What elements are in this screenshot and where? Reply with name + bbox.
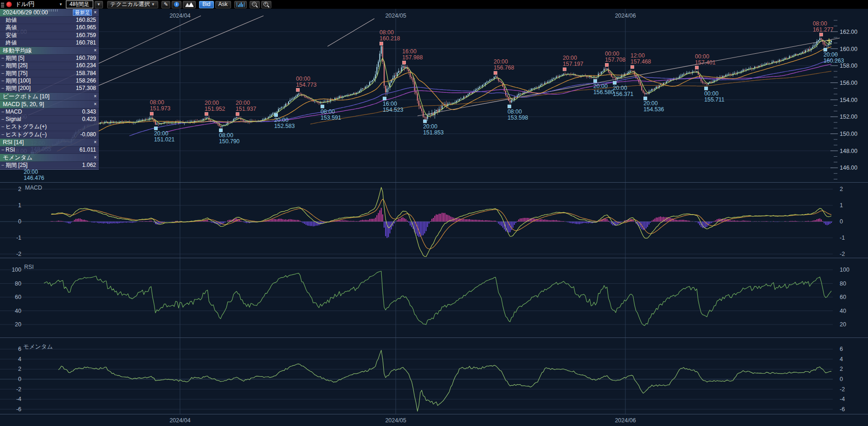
svg-text:40: 40 — [15, 308, 21, 314]
legend-label: 期間 [75] — [6, 70, 27, 77]
svg-text:08:00: 08:00 — [813, 20, 827, 27]
svg-text:2024/06: 2024/06 — [615, 13, 636, 19]
chart-canvas[interactable]: 146.00146.00148.00148.00150.00150.00152.… — [0, 0, 868, 426]
legend-label: ヒストグラム(−) — [6, 131, 47, 138]
info-button[interactable]: i — [172, 1, 181, 8]
section-label: 移動平均線 — [1, 47, 32, 54]
svg-text:20:00: 20:00 — [236, 100, 250, 106]
volume-bars-button[interactable] — [234, 1, 247, 8]
svg-text:20:00: 20:00 — [823, 51, 838, 58]
bar-chart-icon — [237, 2, 244, 7]
legend-row: − 期間 [100] 158.266 — [0, 77, 99, 85]
legend-value: 0.343 — [82, 108, 99, 115]
legend-row: 始値 160.825 — [0, 17, 99, 24]
svg-text:157.197: 157.197 — [563, 61, 584, 67]
mini-scrollbar[interactable] — [35, 9, 58, 12]
close-icon[interactable]: × — [94, 154, 99, 161]
legend-label: 期間 [25] — [6, 62, 27, 69]
draw-tool-button[interactable]: ✎ — [161, 1, 170, 8]
svg-text:150.790: 150.790 — [219, 138, 240, 145]
svg-text:00:00: 00:00 — [704, 90, 719, 97]
svg-text:-2: -2 — [840, 251, 845, 257]
legend-value: 160.825 — [76, 17, 99, 24]
series-dash-icon: − — [0, 85, 6, 92]
svg-text:2: 2 — [18, 366, 21, 372]
close-icon[interactable]: × — [94, 9, 99, 16]
svg-text:156.00: 156.00 — [840, 80, 857, 86]
legend-row: − 期間 [5] 160.789 — [0, 55, 99, 62]
svg-text:00:00: 00:00 — [296, 76, 310, 82]
legend-section-header: MACD [5, 20, 9] × — [0, 101, 99, 108]
svg-text:-1: -1 — [840, 235, 845, 241]
chart-style-button[interactable] — [183, 1, 196, 8]
svg-text:RSI: RSI — [24, 264, 34, 270]
series-dash-icon: − — [0, 162, 6, 169]
close-icon[interactable]: × — [94, 93, 99, 100]
svg-text:20:00: 20:00 — [563, 55, 577, 61]
svg-text:151.937: 151.937 — [236, 106, 257, 112]
svg-text:12:00: 12:00 — [630, 52, 645, 59]
svg-text:154.00: 154.00 — [840, 97, 857, 103]
svg-text:2024/06: 2024/06 — [615, 417, 636, 424]
info-icon: i — [174, 2, 179, 7]
legend-label: 期間 [5] — [6, 55, 25, 62]
legend-label: 期間 [25] — [6, 162, 27, 169]
legend-label: 高値 — [6, 24, 17, 31]
svg-text:160.00: 160.00 — [840, 46, 857, 52]
technical-select-label: テクニカル選択 — [110, 1, 150, 8]
peak-marker — [494, 71, 497, 75]
svg-text:08:00: 08:00 — [321, 108, 335, 115]
chevron-down-icon: ▼ — [59, 2, 63, 6]
bottom-marker — [613, 81, 617, 84]
legend-value: 158.784 — [76, 70, 99, 77]
bottom-marker — [644, 97, 647, 100]
svg-text:80: 80 — [15, 280, 21, 287]
svg-text:-1: -1 — [16, 235, 21, 241]
close-icon[interactable]: × — [94, 101, 99, 108]
svg-text:20:00: 20:00 — [494, 58, 508, 65]
timeframe-box[interactable]: 4時間足 — [66, 0, 93, 8]
svg-text:2024/04: 2024/04 — [169, 417, 190, 424]
macd-panel — [51, 187, 832, 256]
bottom-marker — [824, 48, 827, 51]
svg-text:154.523: 154.523 — [383, 107, 404, 113]
legend-value: 160.781 — [76, 39, 99, 46]
area-chart-icon — [185, 2, 193, 7]
legend-row: 安値 160.759 — [0, 32, 99, 39]
svg-text:-6: -6 — [16, 406, 21, 413]
timeframe-dropdown-button[interactable]: ▼ — [95, 1, 103, 8]
series-dash-icon: − — [0, 116, 6, 123]
zoom-in-button[interactable]: + — [261, 1, 271, 8]
legend-row: − MACD 0.343 — [0, 108, 99, 116]
svg-text:157.708: 157.708 — [605, 57, 626, 63]
svg-text:20:00: 20:00 — [593, 83, 608, 89]
svg-text:20:00: 20:00 — [274, 117, 289, 123]
svg-text:2: 2 — [18, 186, 21, 192]
zoom-out-button[interactable]: − — [250, 1, 260, 8]
legend-label: 期間 [100] — [6, 77, 31, 84]
currency-pair-select[interactable]: ドル/円 ▼ — [13, 1, 64, 8]
technical-select-button[interactable]: テクニカル選択 ▼ — [107, 1, 158, 8]
svg-text:154.773: 154.773 — [296, 82, 317, 88]
section-label: RSI [14] — [1, 139, 24, 146]
svg-text:20:00: 20:00 — [643, 100, 658, 107]
close-icon[interactable]: × — [94, 47, 99, 54]
bid-button[interactable]: Bid — [199, 1, 213, 8]
ask-button[interactable]: Ask — [215, 1, 231, 8]
latest-candle-button[interactable]: 最新足 — [73, 9, 92, 16]
legend-label: ヒストグラム(+) — [6, 123, 47, 130]
legend-value: 160.965 — [76, 24, 99, 31]
legend-section-header: ピークボトム [10] × — [0, 93, 99, 101]
menu-icon[interactable] — [1, 2, 4, 7]
legend-section-header: RSI [14] × — [0, 139, 99, 146]
svg-text:-2: -2 — [16, 386, 21, 393]
indicator-legend-panel: 2024/06/29 00:00 最新足 × 始値 160.825 高値 160… — [0, 9, 99, 170]
zoom-out-icon: − — [252, 2, 257, 6]
svg-text:0: 0 — [840, 218, 843, 225]
close-icon[interactable]: × — [94, 139, 99, 146]
bottom-marker — [154, 127, 158, 130]
svg-text:6: 6 — [840, 346, 843, 352]
legend-row: − Signal 0.423 — [0, 116, 99, 123]
legend-value: 160.789 — [76, 55, 99, 62]
peak-marker — [205, 112, 208, 115]
